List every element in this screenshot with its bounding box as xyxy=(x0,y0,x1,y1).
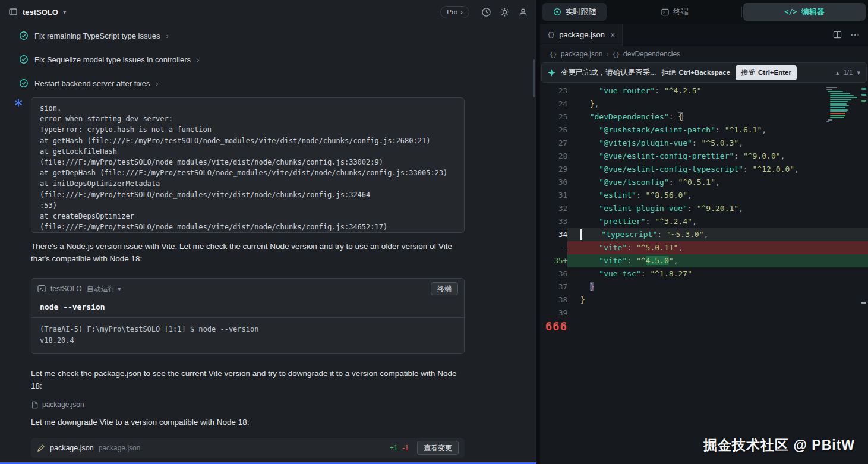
chevron-down-icon: ▾ xyxy=(118,285,121,293)
code-text: "vite": "^5.0.11", xyxy=(567,241,868,254)
code-line[interactable]: 29 "@vue/eslint-config-typescript": "^12… xyxy=(540,163,868,176)
changed-file-name: package.json xyxy=(50,444,94,452)
code-text: "@vue/tsconfig": "^0.5.1", xyxy=(567,176,868,189)
code-line[interactable]: 30 "@vue/tsconfig": "^0.5.1", xyxy=(540,176,868,189)
tab-terminal[interactable]: 终端 xyxy=(610,3,740,21)
todo-item[interactable]: Fix Sequelize model type issues in contr… xyxy=(19,51,525,68)
line-number: 35+ xyxy=(540,254,567,267)
sidebar-toggle-icon[interactable] xyxy=(8,7,18,17)
file-change-row[interactable]: package.json package.json +1 -1 查看变更 xyxy=(31,438,465,458)
code-line[interactable]: 34 "typescript": "~5.3.0", xyxy=(540,228,868,241)
prev-change-icon[interactable]: ▴ xyxy=(836,69,839,77)
chevron-down-icon[interactable]: ▾ xyxy=(63,8,67,16)
minimap-line xyxy=(830,103,847,105)
file-reference[interactable]: package.json xyxy=(31,400,525,409)
minimap-line xyxy=(826,89,832,90)
line-number: 29 xyxy=(540,163,567,176)
minimap-line xyxy=(830,107,845,108)
code-line[interactable]: 33 "prettier": "^3.2.4", xyxy=(540,215,868,228)
code-line[interactable]: 31 "eslint": "^8.56.0", xyxy=(540,189,868,202)
pro-badge[interactable]: Pro › xyxy=(440,6,469,18)
app-root: testSOLO ▾ Pro › xyxy=(0,0,868,464)
watermark-text: 掘金技术社区 @ PBitW xyxy=(703,436,855,454)
code-line[interactable]: 32 "eslint-plugin-vue": "^9.20.1", xyxy=(540,202,868,215)
code-line[interactable]: 38} xyxy=(540,293,868,307)
terminal-mode-dropdown[interactable]: 自动运行 ▾ xyxy=(87,284,121,294)
line-number: 37 xyxy=(540,280,567,293)
chevron-right-icon: › xyxy=(606,50,608,58)
code-text: "prettier": "^3.2.4", xyxy=(567,215,868,228)
code-text: "eslint": "^8.56.0", xyxy=(567,189,868,202)
ruler-mark xyxy=(861,302,866,304)
line-number: 27 xyxy=(540,137,567,150)
todo-item[interactable]: Fix remaining TypeScript type issues › xyxy=(19,27,525,44)
reject-label: 拒绝 xyxy=(661,68,676,78)
account-icon[interactable] xyxy=(518,7,528,17)
changed-file-path: package.json xyxy=(99,444,141,452)
breadcrumb-symbol[interactable]: devDependencies xyxy=(623,50,680,58)
minimap[interactable] xyxy=(825,86,857,122)
tab-live-follow[interactable]: 实时跟随 xyxy=(542,3,607,21)
accept-changes-button[interactable]: 接受 Ctrl+Enter xyxy=(736,65,797,80)
terminal-icon xyxy=(661,8,669,16)
header-actions xyxy=(481,7,528,17)
tab-package-json[interactable]: {} package.json × xyxy=(540,24,623,46)
breadcrumb-file[interactable]: package.json xyxy=(561,50,603,58)
minimap-line xyxy=(830,99,851,100)
minimap-line xyxy=(826,87,837,88)
split-editor-icon[interactable] xyxy=(833,30,842,39)
code-text: } xyxy=(567,293,868,307)
line-number: 26 xyxy=(540,124,567,137)
check-circle-icon xyxy=(19,55,29,64)
json-braces-icon: {} xyxy=(547,31,555,39)
line-number: – xyxy=(540,241,567,254)
next-change-icon[interactable]: ▾ xyxy=(857,69,860,77)
history-icon[interactable] xyxy=(481,7,491,17)
settings-gear-icon[interactable] xyxy=(500,7,510,17)
code-line[interactable]: 27 "@vitejs/plugin-vue": "^5.0.3", xyxy=(540,137,868,150)
code-text: "typescript": "~5.3.0", xyxy=(567,228,868,241)
diff-navigation: ▴ 1/1 ▾ xyxy=(836,69,860,77)
open-terminal-button[interactable]: 终端 xyxy=(431,282,458,295)
code-line[interactable]: 24 }, xyxy=(540,97,868,111)
code-editor[interactable]: 23 "vue-router": "^4.2.5"24 },25 "devDep… xyxy=(540,83,868,464)
more-actions-icon[interactable]: ⋯ xyxy=(850,29,860,40)
chevron-right-icon: › xyxy=(156,79,158,88)
minimap-line xyxy=(830,111,847,112)
tab-live-follow-label: 实时跟随 xyxy=(566,7,596,17)
segment-divider xyxy=(741,7,742,17)
tab-editor[interactable]: </> 编辑器 xyxy=(743,3,866,21)
code-line[interactable]: – "vite": "^5.0.11", xyxy=(540,241,868,254)
minimap-line xyxy=(830,109,848,111)
code-line[interactable]: 26 "@rushstack/eslint-patch": "^1.6.1", xyxy=(540,124,868,137)
close-tab-icon[interactable]: × xyxy=(610,30,615,40)
code-line[interactable]: 23 "vue-router": "^4.2.5" xyxy=(540,84,868,97)
editor-annotation[interactable]: 666 xyxy=(540,320,868,333)
tab-editor-label: 编辑器 xyxy=(801,7,825,17)
overview-ruler[interactable] xyxy=(860,83,868,464)
chat-body: Fix remaining TypeScript type issues › F… xyxy=(0,24,536,464)
code-line[interactable]: 39 xyxy=(540,307,868,320)
ruler-mark xyxy=(861,94,866,96)
reject-changes-button[interactable]: 拒绝 Ctrl+Backspace xyxy=(661,68,730,78)
line-number: 30 xyxy=(540,176,567,189)
chat-scrollbar[interactable] xyxy=(533,59,535,97)
line-number: 23 xyxy=(540,84,567,97)
code-line[interactable]: 25 "devDependencies": { xyxy=(540,111,868,124)
todo-item[interactable]: Restart backend server after fixes › xyxy=(19,75,525,91)
line-number: 666 xyxy=(540,320,567,333)
code-text: "@vue/eslint-config-prettier": "^9.0.0", xyxy=(567,150,868,163)
code-line[interactable]: 35+ "vite": "^4.5.0", xyxy=(540,254,868,267)
editor-panel: 实时跟随 终端 </> 编辑器 {} package.json × xyxy=(540,0,868,464)
minimap-line xyxy=(830,105,849,106)
minimap-line xyxy=(826,121,829,122)
code-line[interactable]: 36 "vue-tsc": "^1.8.27" xyxy=(540,267,868,280)
view-changes-button[interactable]: 查看变更 xyxy=(417,441,459,455)
terminal-project-label: testSOLO xyxy=(50,285,82,293)
minimap-line xyxy=(828,119,832,121)
terminal-command: node --version xyxy=(31,299,464,317)
code-line[interactable]: 28 "@vue/eslint-config-prettier": "^9.0.… xyxy=(540,150,868,163)
line-number: 39 xyxy=(540,307,567,320)
code-line[interactable]: 37 } xyxy=(540,280,868,293)
lines-removed-badge: -1 xyxy=(402,444,409,452)
